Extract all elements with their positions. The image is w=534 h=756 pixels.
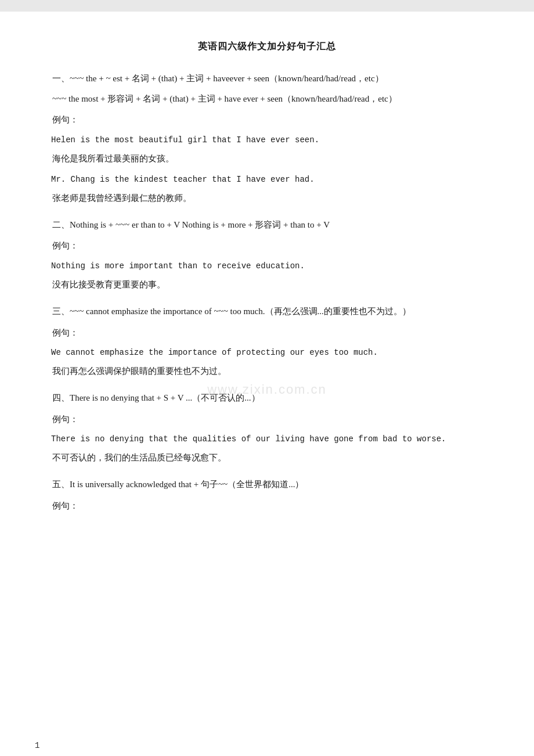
section-2-example-1-zh: 没有比接受教育更重要的事。 [52, 277, 499, 293]
page-number: 1 [35, 741, 39, 750]
section-1-example-1-zh: 海伦是我所看过最美丽的女孩。 [52, 151, 499, 167]
section-2-example-label: 例句： [52, 237, 499, 254]
section-3-example-1-en: We cannot emphasize the importance of pr… [51, 345, 499, 360]
section-4-example-label: 例句： [52, 411, 499, 428]
section-3-example-1-zh: 我们再怎么强调保护眼睛的重要性也不为过。 [52, 363, 499, 379]
section-4-header: 四、There is no denying that + S + V ...（不… [35, 390, 499, 406]
section-5-header: 五、It is universally acknowledged that + … [35, 476, 499, 493]
section-4-example-1-en: There is no denying that the qualities o… [51, 432, 499, 447]
section-1-example-2-en: Mr. Chang is the kindest teacher that I … [51, 172, 499, 187]
section-5: 五、It is universally acknowledged that + … [35, 476, 499, 514]
section-1-example-label: 例句： [52, 111, 499, 128]
section-2-example-1-en: Nothing is more important than to receiv… [51, 259, 499, 273]
section-1-example-2-zh: 张老师是我曾经遇到最仁慈的教师。 [52, 190, 499, 206]
section-1-example-1-en: Helen is the most beautiful girl that I … [51, 133, 499, 147]
section-1: 一、~~~ the + ~ est + 名词 + (that) + 主词 + h… [35, 70, 499, 206]
section-5-example-label: 例句： [52, 498, 499, 514]
section-3-header: 三、~~~ cannot emphasize the importance of… [35, 303, 499, 320]
section-1-header: 一、~~~ the + ~ est + 名词 + (that) + 主词 + h… [35, 70, 499, 87]
section-3-example-label: 例句： [52, 325, 499, 341]
page-container: www.zixin.com.cn 英语四六级作文加分好句子汇总 一、~~~ th… [0, 12, 534, 756]
section-2: 二、Nothing is + ~~~ er than to + V Nothin… [35, 217, 499, 293]
section-3: 三、~~~ cannot emphasize the importance of… [35, 303, 499, 379]
section-1-subheader: ~~~ the most + 形容词 + 名词 + (that) + 主词 + … [35, 91, 499, 107]
section-4: 四、There is no denying that + S + V ...（不… [35, 390, 499, 466]
section-2-header: 二、Nothing is + ~~~ er than to + V Nothin… [35, 217, 499, 233]
section-4-example-1-zh: 不可否认的，我们的生活品质已经每况愈下。 [52, 450, 499, 466]
page-title: 英语四六级作文加分好句子汇总 [35, 41, 499, 53]
